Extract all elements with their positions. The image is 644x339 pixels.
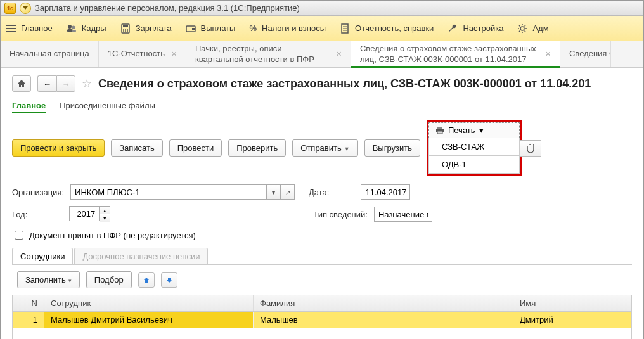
date-field[interactable] (361, 184, 410, 200)
menu-item-label: Выплаты (201, 23, 236, 33)
menu-vyplaty[interactable]: Выплаты (186, 23, 236, 34)
org-open-button[interactable]: ↗ (281, 184, 295, 200)
svg-rect-13 (192, 28, 195, 30)
year-field[interactable] (69, 206, 100, 221)
svg-rect-21 (437, 131, 442, 134)
grid-header-surname[interactable]: Фамилия (254, 295, 513, 311)
export-button[interactable]: Выгрузить (364, 139, 420, 157)
menu-kadry[interactable]: Кадры (67, 23, 106, 34)
tab-label: Сведения СЗВ-СТА (569, 49, 611, 59)
tab-1c-report[interactable]: 1С-Отчетность ✕ (99, 41, 186, 67)
tab-szv-stazh[interactable]: Сведения о страховом стаже застрахованны… (351, 41, 560, 67)
tab-label: Начальная страница (10, 49, 89, 59)
arrow-left-icon: ← (43, 79, 51, 89)
close-icon[interactable]: ✕ (545, 50, 551, 59)
employees-grid: N Сотрудник Фамилия Имя 1 Малышев Дмитри… (12, 295, 632, 339)
svg-point-8 (127, 29, 128, 30)
favorite-star-icon[interactable]: ☆ (82, 77, 92, 91)
attach-button[interactable] (520, 140, 541, 157)
menu-item-label: Налоги и взносы (262, 23, 326, 33)
save-button[interactable]: Записать (111, 139, 163, 157)
check-button[interactable]: Проверить (228, 139, 286, 157)
type-field[interactable] (374, 207, 432, 222)
menu-item-label: Настройка (463, 23, 503, 33)
year-up-button[interactable]: ▲ (100, 207, 110, 214)
close-icon[interactable]: ✕ (336, 50, 342, 59)
subnav-main[interactable]: Главное (12, 101, 46, 113)
paperclip-icon (526, 144, 535, 153)
page-header: ← → ☆ Сведения о страховом стаже застрах… (12, 75, 632, 92)
grid-header-name[interactable]: Имя (513, 295, 631, 311)
doc-tabs: Сотрудники Досрочное назначение пенсии (12, 248, 632, 265)
table-row[interactable]: 1 Малышев Дмитрий Васильевич Малышев Дми… (13, 312, 631, 328)
svg-rect-5 (123, 25, 128, 27)
svg-point-11 (127, 30, 128, 32)
calculator-icon (120, 23, 131, 34)
close-icon[interactable]: ✕ (171, 50, 177, 59)
menu-otchety[interactable]: Отчетность, справки (340, 23, 434, 34)
move-up-button[interactable] (138, 272, 155, 288)
titlebar: 1c Зарплата и управление персоналом, ред… (1, 1, 643, 16)
subnav-attached[interactable]: Присоединенные файлы (60, 101, 155, 113)
arrow-down-icon (165, 276, 173, 284)
tab-label: Сведения о страховом стаже застрахованны… (360, 44, 539, 65)
svg-rect-3 (72, 30, 76, 32)
menu-item-label: Отчетность, справки (355, 23, 434, 33)
home-button[interactable] (12, 75, 31, 92)
dropdown-icon[interactable] (20, 3, 31, 14)
menu-hamburger[interactable]: Главное (6, 23, 53, 33)
menu-item-label: Адм (532, 23, 548, 33)
toolbar: Провести и закрыть Записать Провести Про… (12, 120, 632, 176)
report-icon (340, 23, 350, 34)
year-down-button[interactable]: ▼ (100, 214, 110, 222)
tab-overflow[interactable]: Сведения СЗВ-СТА (560, 41, 611, 67)
tab-label: Пачки, реестры, описи квартальной отчетн… (195, 44, 330, 65)
hamburger-icon (6, 25, 16, 32)
printer-icon (435, 127, 444, 134)
cell-name: Дмитрий (513, 312, 631, 328)
document-tabs: Начальная страница 1С-Отчетность ✕ Пачки… (1, 41, 643, 68)
org-label: Организация: (12, 188, 64, 197)
accepted-label: Документ принят в ПФР (не редактируется) (29, 231, 196, 240)
print-button[interactable]: Печать▾ (428, 122, 520, 138)
tab-packs[interactable]: Пачки, реестры, описи квартальной отчетн… (186, 41, 351, 67)
menu-item-label: Главное (21, 23, 53, 33)
svg-point-6 (123, 29, 124, 30)
grid-header-employee[interactable]: Сотрудник (44, 295, 254, 311)
org-field[interactable] (70, 184, 267, 200)
org-select-button[interactable]: ▾ (267, 184, 281, 200)
doc-toolbar: Заполнить▾ Подбор (12, 265, 632, 295)
print-menu-odv1[interactable]: ОДВ-1 (428, 156, 520, 174)
menu-zarplata[interactable]: Зарплата (120, 23, 172, 34)
post-button[interactable]: Провести (169, 139, 222, 157)
pick-button[interactable]: Подбор (86, 271, 132, 288)
page-title: Сведения о страховом стаже застрахованны… (98, 77, 591, 91)
arrow-right-icon: → (62, 79, 70, 89)
back-button[interactable]: ← (37, 75, 56, 92)
svg-point-10 (125, 30, 126, 32)
menu-item-label: Кадры (82, 23, 106, 33)
print-menu-szv-stazh[interactable]: СЗВ-СТАЖ (428, 138, 520, 156)
tab-early-pension[interactable]: Досрочное назначение пенсии (74, 248, 208, 264)
post-and-close-button[interactable]: Провести и закрыть (12, 139, 105, 157)
main-menu: Главное Кадры Зарплата Выплаты % Налоги … (1, 16, 643, 41)
menu-admin[interactable]: Адм (517, 23, 548, 34)
forward-button[interactable]: → (56, 75, 75, 92)
tab-label: 1С-Отчетность (108, 49, 165, 59)
cell-surname: Малышев (254, 312, 513, 328)
cell-n: 1 (13, 312, 44, 328)
window-title: Зарплата и управление персоналом, редакц… (35, 3, 300, 13)
grid-header-n[interactable]: N (13, 295, 44, 311)
tab-home[interactable]: Начальная страница (1, 41, 99, 67)
date-label: Дата: (309, 188, 329, 197)
fill-button[interactable]: Заполнить▾ (17, 271, 80, 288)
people-icon (67, 23, 77, 34)
menu-nalogi[interactable]: % Налоги и взносы (249, 23, 326, 33)
move-down-button[interactable] (161, 272, 177, 288)
cell-employee: Малышев Дмитрий Васильевич (44, 312, 254, 328)
accepted-checkbox[interactable] (15, 231, 23, 240)
send-button[interactable]: Отправить▼ (292, 139, 357, 157)
tab-employees[interactable]: Сотрудники (12, 248, 73, 264)
menu-nastroika[interactable]: Настройка (448, 23, 503, 34)
percent-icon: % (249, 23, 257, 33)
